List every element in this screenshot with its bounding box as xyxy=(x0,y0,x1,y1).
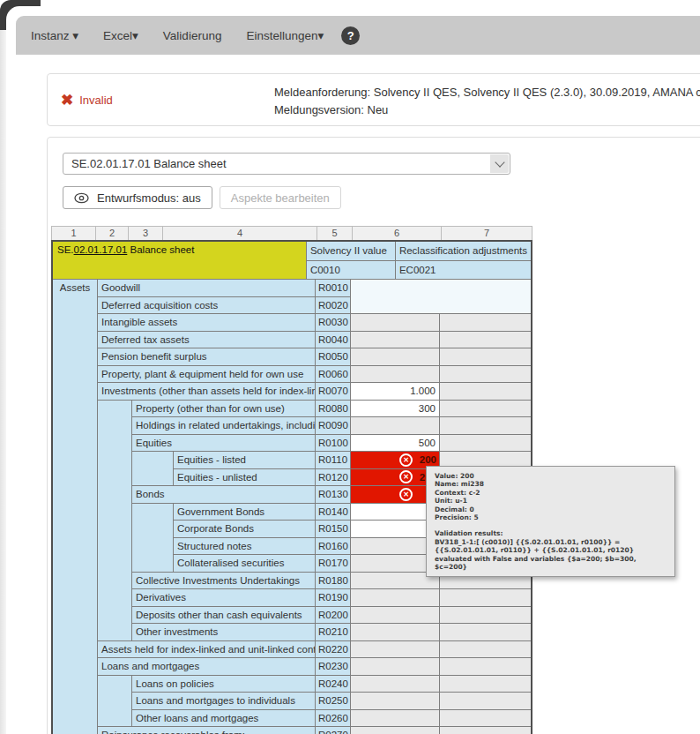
menu-item-excel[interactable]: Excel▾ xyxy=(103,28,138,42)
row-code: R0160 xyxy=(316,538,351,556)
row-code: R0040 xyxy=(316,332,351,349)
row-code: R0020 xyxy=(316,297,351,315)
tooltip-line: Context: c-2 xyxy=(435,489,666,497)
row-label: Government Bonds xyxy=(174,504,316,521)
draft-mode-button[interactable]: Entwurfsmodus: aus xyxy=(63,186,212,209)
row-group-cell xyxy=(53,435,98,453)
indent-spacer xyxy=(98,555,132,573)
row-group-cell: Assets xyxy=(53,280,98,297)
row-group-cell xyxy=(53,297,98,315)
indent-spacer xyxy=(98,693,132,710)
value-cell-C0010 xyxy=(351,297,440,315)
row-code: R0070 xyxy=(316,383,351,401)
tooltip-validation-title: Validation results: xyxy=(435,529,666,537)
indent-spacer xyxy=(98,417,132,435)
table-row: Assets held for index-linked and unit-li… xyxy=(53,641,531,659)
table-row: EquitiesR0100500 xyxy=(53,435,531,453)
indent-spacer xyxy=(98,435,132,453)
value-cell-EC0021 xyxy=(440,641,531,659)
column-header-solvency-value: Solvency II value xyxy=(307,242,396,261)
template-code-link[interactable]: 02.01.17.01 xyxy=(74,244,128,255)
column-code-ec0021: EC0021 xyxy=(396,261,531,280)
table-row: Property (other than for own use)R008030… xyxy=(53,401,531,418)
row-label: Other loans and mortgages xyxy=(132,710,316,728)
row-code: R0010 xyxy=(316,280,351,297)
indent-spacer xyxy=(98,676,132,693)
table-row: AssetsGoodwillR0010 xyxy=(53,280,531,297)
indent-spacer xyxy=(132,555,174,573)
row-label: Assets held for index-linked and unit-li… xyxy=(98,641,316,659)
row-group-cell xyxy=(53,710,98,728)
column-number-header: 1 2 3 4 5 6 7 xyxy=(51,226,532,240)
value-cell-C0010 xyxy=(351,710,440,728)
value-cell-C0010[interactable]: 1.000 xyxy=(351,383,440,401)
value-cell-EC0021 xyxy=(440,693,531,710)
row-code: R0100 xyxy=(316,435,351,453)
row-label: Investments (other than assets held for … xyxy=(98,383,316,401)
row-label: Bonds xyxy=(132,486,316,504)
table-row: Loans and mortgagesR0230 xyxy=(53,658,531,676)
menu-item-validierung[interactable]: Validierung xyxy=(163,29,222,42)
row-code: R0150 xyxy=(316,521,351,538)
toolbar-buttons: Entwurfsmodus: aus Aspekte bearbeiten xyxy=(63,186,341,209)
chevron-down-icon xyxy=(490,154,509,173)
value-cell-C0010 xyxy=(351,658,440,676)
row-group-cell xyxy=(53,314,98,332)
row-label: Deposits other than cash equivalents xyxy=(132,607,316,625)
indent-spacer xyxy=(98,486,132,504)
value-cell-C0010 xyxy=(351,624,440,641)
template-select[interactable]: SE.02.01.17.01 Balance sheet xyxy=(63,153,510,175)
tooltip-line: Name: mi238 xyxy=(435,480,666,488)
value-cell-C0010 xyxy=(351,589,440,607)
indent-spacer xyxy=(98,452,132,469)
row-group-cell xyxy=(53,693,98,710)
row-code: R0090 xyxy=(316,417,351,435)
indent-spacer xyxy=(98,573,132,590)
table-header: SE.02.01.17.01 Balance sheet Solvency II… xyxy=(53,242,531,280)
row-code: R0080 xyxy=(316,401,351,418)
row-code: R0250 xyxy=(316,693,351,710)
tooltip-line: Precision: 5 xyxy=(435,513,666,521)
value-cell-C0010[interactable]: 500 xyxy=(351,435,440,453)
column-header-reclassification: Reclassification adjustments xyxy=(396,242,531,261)
row-code: R0180 xyxy=(316,573,351,590)
row-code: R0140 xyxy=(316,504,351,521)
column-number: 3 xyxy=(129,227,163,240)
row-label: Intangible assets xyxy=(98,314,316,332)
value-cell-EC0021 xyxy=(440,607,531,625)
indent-spacer xyxy=(98,469,132,487)
value-cell-EC0021 xyxy=(440,348,531,366)
value-cell-EC0021 xyxy=(440,383,531,401)
status-label: Invalid xyxy=(79,94,113,107)
menu-item-einstellungen[interactable]: Einstellungen▾ xyxy=(246,28,324,42)
help-icon[interactable]: ? xyxy=(341,26,360,45)
value-cell-EC0021 xyxy=(440,624,531,641)
indent-spacer xyxy=(132,521,174,538)
value-cell-C0010[interactable]: 300 xyxy=(351,401,440,418)
table-card: SE.02.01.17.01 Balance sheet Entwurfsmod… xyxy=(47,137,700,734)
value-cell-EC0021 xyxy=(440,401,531,418)
value-cell-EC0021 xyxy=(440,314,531,332)
column-number: 4 xyxy=(163,227,317,240)
row-group-cell xyxy=(53,607,98,625)
value-cell-EC0021 xyxy=(440,676,531,693)
column-number: 1 xyxy=(52,227,96,240)
value-cell-C0010 xyxy=(351,607,440,625)
value-cell-EC0021 xyxy=(440,332,531,349)
row-group-cell xyxy=(53,417,98,435)
value-cell-C0010 xyxy=(351,314,440,332)
value-cell-EC0021 xyxy=(440,589,531,607)
row-group-cell xyxy=(53,366,98,384)
row-code: R0110 xyxy=(316,452,351,469)
row-group-cell xyxy=(53,486,98,504)
row-group-cell xyxy=(53,504,98,521)
value-cell-C0010 xyxy=(351,417,440,435)
table-row: DerivativesR0190 xyxy=(53,589,531,607)
column-number: 5 xyxy=(317,227,353,240)
indent-spacer xyxy=(98,589,132,607)
value-cell-C0010 xyxy=(351,332,440,349)
row-group-cell xyxy=(53,521,98,538)
edit-aspects-button[interactable]: Aspekte bearbeiten xyxy=(220,186,341,209)
menu-item-instanz[interactable]: Instanz ▾ xyxy=(31,28,78,42)
row-group-cell xyxy=(53,383,98,401)
